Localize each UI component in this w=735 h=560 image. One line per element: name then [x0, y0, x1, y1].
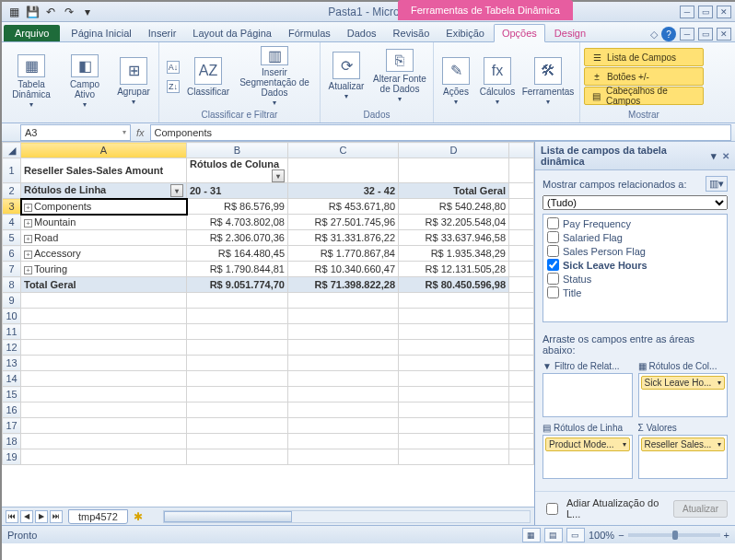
- col-D[interactable]: D: [399, 143, 509, 158]
- sort-button[interactable]: AZClassificar: [185, 47, 231, 106]
- new-sheet-icon[interactable]: ✱: [134, 510, 143, 523]
- next-sheet-button[interactable]: ▶: [35, 510, 48, 523]
- update-button[interactable]: Atualizar: [673, 500, 728, 518]
- fx-icon[interactable]: fx: [136, 127, 145, 138]
- col-A[interactable]: A: [21, 143, 187, 158]
- tab-formulas[interactable]: Fórmulas: [281, 25, 338, 41]
- field-item[interactable]: Salaried Flag: [545, 230, 725, 244]
- cell[interactable]: R$ 31.331.876,22: [288, 230, 399, 246]
- last-sheet-button[interactable]: ⏭: [50, 510, 63, 523]
- sheet-tab[interactable]: tmp4572: [68, 509, 128, 524]
- area-pill[interactable]: Product Mode...▾: [545, 438, 630, 451]
- expand-icon[interactable]: +: [24, 266, 32, 274]
- undo-icon[interactable]: ↶: [42, 4, 59, 20]
- actions-button[interactable]: ✎Ações▾: [438, 52, 474, 111]
- expand-icon[interactable]: +: [24, 204, 32, 212]
- cell[interactable]: 32 - 42: [288, 183, 399, 199]
- cell[interactable]: R$ 1.790.844,81: [187, 262, 288, 277]
- row-5[interactable]: 5: [3, 230, 21, 246]
- field-item[interactable]: Sick Leave Hours: [545, 258, 725, 272]
- row-6[interactable]: 6: [3, 246, 21, 262]
- cell[interactable]: R$ 12.131.505,28: [399, 262, 509, 277]
- area-pill[interactable]: Reseller Sales...▾: [641, 438, 726, 451]
- cell[interactable]: R$ 9.051.774,70: [187, 277, 288, 293]
- pivot-table-button[interactable]: ▦Tabela Dinâmica▾: [6, 52, 57, 111]
- formula-bar[interactable]: Components: [150, 124, 731, 141]
- cell[interactable]: R$ 4.703.802,08: [187, 215, 288, 230]
- zoom-level[interactable]: 100%: [589, 530, 614, 541]
- tab-options[interactable]: Opções: [494, 24, 545, 42]
- cell[interactable]: Rótulos de Coluna▾: [187, 158, 288, 183]
- cell[interactable]: R$ 453.671,80: [288, 199, 399, 215]
- cell[interactable]: +Accessory: [21, 246, 187, 262]
- cell[interactable]: R$ 10.340.660,47: [288, 262, 399, 277]
- cell[interactable]: R$ 71.398.822,28: [288, 277, 399, 293]
- field-item[interactable]: Status: [545, 272, 725, 286]
- redo-icon[interactable]: ↷: [61, 4, 77, 20]
- cell[interactable]: R$ 27.501.745,96: [288, 215, 399, 230]
- workbook-minimize[interactable]: ─: [680, 28, 694, 41]
- tab-design[interactable]: Design: [547, 25, 593, 41]
- active-cell[interactable]: +Components: [21, 199, 187, 215]
- hscroll-thumb[interactable]: [164, 511, 292, 522]
- normal-view-button[interactable]: ▦: [522, 528, 541, 542]
- chevron-down-icon[interactable]: ▾: [718, 440, 721, 449]
- cell[interactable]: R$ 33.637.946,58: [399, 230, 509, 246]
- cell[interactable]: Reseller Sales-Sales Amount: [21, 158, 187, 183]
- field-item[interactable]: Pay Frequency: [545, 216, 725, 230]
- field-list[interactable]: Pay Frequency Salaried Flag Sales Person…: [542, 214, 728, 322]
- page-break-button[interactable]: ▭: [566, 528, 585, 542]
- minimize-ribbon-icon[interactable]: ◇: [650, 29, 658, 41]
- area-pill[interactable]: Sick Leave Ho...▾: [641, 376, 726, 390]
- cell[interactable]: R$ 86.576,99: [187, 199, 288, 215]
- tab-review[interactable]: Revisão: [386, 25, 438, 41]
- help-icon[interactable]: ?: [661, 27, 676, 41]
- field-item[interactable]: Sales Person Flag: [545, 244, 725, 258]
- rows-area[interactable]: Product Mode...▾: [542, 435, 633, 479]
- workbook-restore[interactable]: ▭: [698, 28, 713, 41]
- field-list-toggle[interactable]: ☰Lista de Campos: [584, 48, 704, 66]
- tools-button[interactable]: 🛠Ferramentas▾: [520, 52, 576, 111]
- layout-icon[interactable]: ▥▾: [706, 176, 728, 192]
- zoom-slider[interactable]: [628, 533, 720, 537]
- close-button[interactable]: ✕: [717, 6, 731, 18]
- pane-dropdown-icon[interactable]: ▾: [711, 150, 717, 162]
- restore-button[interactable]: ▭: [698, 6, 713, 18]
- zoom-thumb[interactable]: [672, 531, 678, 540]
- cell[interactable]: R$ 2.306.070,36: [187, 230, 288, 246]
- refresh-button[interactable]: ⟳Atualizar▾: [324, 47, 368, 106]
- expand-icon[interactable]: +: [24, 219, 32, 228]
- slicer-button[interactable]: ▥Inserir Segmentação de Dados▾: [233, 47, 316, 106]
- pane-close-icon[interactable]: ✕: [722, 151, 729, 161]
- row-3[interactable]: 3: [3, 199, 21, 215]
- related-tables-select[interactable]: (Tudo): [542, 195, 728, 210]
- row-2[interactable]: 2: [3, 183, 21, 199]
- zoom-out-button[interactable]: −: [618, 530, 624, 541]
- cell[interactable]: +Mountain: [21, 215, 187, 230]
- cell[interactable]: R$ 80.450.596,98: [399, 277, 509, 293]
- page-layout-button[interactable]: ▤: [544, 528, 563, 542]
- row-7[interactable]: 7: [3, 262, 21, 277]
- buttons-toggle[interactable]: ±Botões +/-: [584, 67, 704, 86]
- expand-icon[interactable]: +: [24, 251, 32, 259]
- save-icon[interactable]: 💾: [24, 4, 41, 20]
- sort-asc-button[interactable]: A↓: [163, 58, 183, 76]
- tab-insert[interactable]: Inserir: [141, 25, 184, 41]
- tab-layout[interactable]: Layout da Página: [185, 25, 279, 41]
- excel-icon[interactable]: ▦: [6, 4, 22, 20]
- file-tab[interactable]: Arquivo: [4, 25, 60, 41]
- cell[interactable]: 20 - 31: [187, 183, 288, 199]
- tab-view[interactable]: Exibição: [438, 25, 492, 41]
- filter-dropdown-icon[interactable]: ▾: [272, 169, 285, 182]
- row-4[interactable]: 4: [3, 215, 21, 230]
- first-sheet-button[interactable]: ⏮: [6, 510, 18, 523]
- cols-area[interactable]: Sick Leave Ho...▾: [638, 373, 729, 417]
- cell[interactable]: R$ 540.248,80: [399, 199, 509, 215]
- cell[interactable]: R$ 164.480,45: [187, 246, 288, 262]
- col-C[interactable]: C: [288, 143, 399, 158]
- zoom-in-button[interactable]: +: [724, 530, 729, 541]
- name-box[interactable]: A3▾: [20, 124, 131, 141]
- row-8[interactable]: 8: [3, 277, 21, 293]
- field-item[interactable]: Title: [545, 286, 725, 299]
- cell[interactable]: +Road: [21, 230, 187, 246]
